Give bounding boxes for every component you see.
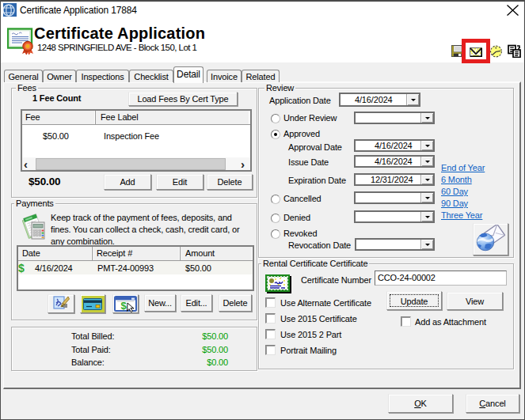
svg-text:$: $ xyxy=(121,300,127,312)
